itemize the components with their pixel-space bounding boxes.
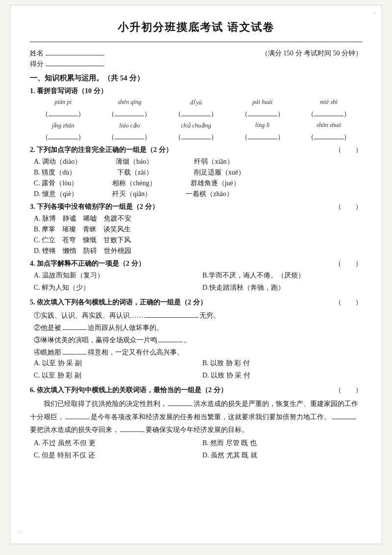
bracket-2-2: （） [97,130,163,142]
q5-title: 5. 依次填入下列各句横线上的词语，正确的一组是（2 分） [30,298,362,307]
pinyin-2-4: líng lì [229,122,296,129]
exam-meta: （满分 150 分 考试时间 50 分钟） [261,49,363,58]
q6-paragraph: 我们已经取得了抗洪抢险的决定性胜利，洪水造成的损失是严重的，恢复生产、重建家园的… [30,398,362,437]
q5-option-d: D. 以致 协 采 付 [198,371,362,380]
q6-blank: （ ） [335,386,362,395]
q5-sentence-1: ①实践、认识、再实践、再认识……无穷。 [30,310,362,320]
q5-sentence-2: ②他是被迫而跟从别人做坏事的。 [30,322,362,332]
q6-option-b: B. 然而 尽管 既 也 [198,439,362,448]
q2-option-a: A. 调动（diào） 薄烟（báo） 纤弱（xiān） [30,157,362,166]
q3-blank: （ ） [335,202,362,211]
q3-option-d: D. 铿锵 懒惰 防碍 世外桃园 [30,247,362,255]
q5-option-c: C. 以至 胁 彩 副 [30,371,194,380]
pinyin-2-2: liáo cǎo [97,122,163,129]
section1-title: 一、知识积累与运用。（共 54 分） [30,74,362,83]
pinyin-2-5: shōn shuō [295,122,362,129]
q3-option-c: C. 伫立 苍穹 慷慨 甘败下风 [30,236,362,245]
q5-blank: （ ） [335,298,362,307]
bracket-row-1: （） （） （） （） （） [30,107,362,119]
bracket-2-3: （） [163,130,229,142]
name-field[interactable] [46,55,104,55]
pinyin-1-5: miè shì [295,99,362,106]
q2-option-c: C. 露骨（lòu） 相称（chèng） 群雄角逐（jué） [30,179,362,188]
name-label: 姓名 [30,49,44,58]
bracket-2-1: （） [30,130,97,142]
pinyin-row-1: piān pì shēn qīng dǐ yù pái huái miè shì [30,99,362,106]
q5-option-b: B. 以致 胁 彩 付 [198,359,362,368]
bracket-row-2: （） （） （） （） （） [30,130,362,142]
q2-blank: （ ） [335,146,362,154]
q5-sentence-3: ③琳琳优美的演唱，赢得全场观众一片鸣。 [30,334,362,345]
q2-option-d: D. 惬意（qiè） 歼灭（qiān） 一着棋（zhāo） [30,190,362,199]
bracket-1-2: （） [97,107,163,119]
dot-bottom-left: · [19,530,21,535]
bracket-1-4: （） [229,107,296,119]
q5-sentence-4: ④瞧她那得意相，一定又有什么高兴事。 [30,347,362,357]
pinyin-row-2: jǐng zhān liáo cǎo chǔ chuǎng líng lì sh… [30,122,362,129]
pinyin-1-4: pái huái [229,99,296,106]
pinyin-1-3: dǐ yù [163,99,229,106]
q4-option-c: C. 鲜为人知（少） [30,283,194,292]
q4-option-d: D.快走踏清秋（奔驰，跑） [198,283,362,292]
dot-top-right: · [374,10,375,16]
bracket-2-4: （） [229,130,296,142]
bracket-1-1: （） [30,107,97,119]
q6-option-d: D. 虽然 尤其 既 就 [198,451,362,460]
pinyin-1-2: shēn qīng [97,99,163,106]
q4-option-b: B.学而不厌，诲人不倦。（厌烦） [198,271,362,280]
bracket-2-5: （） [295,130,362,142]
bracket-1-3: （） [163,107,229,119]
q3-option-b: B. 摩掌 璀璨 青眯 谈笑风生 [30,225,362,234]
pinyin-2-1: jǐng zhān [30,122,97,129]
q4-option-a: A. 温故而知新（复习） [30,271,194,280]
pinyin-1-1: piān pì [30,99,97,106]
q2-title: 2. 下列加点字的注音完全正确的一组是（2 分） [30,146,362,154]
q3-option-a: A. 脉博 静谧 唏嘘 焦踱不安 [30,214,362,223]
bracket-1-5: （） [295,107,362,119]
q2-option-b: B. 猜度（dù） 下载（zài） 削足适履（xuē） [30,168,362,177]
q6-title: 6. 依次填入下列句中横线上的关联词语，最恰当的一组是（2 分） [30,386,362,395]
q4-blank: （ ） [335,259,362,268]
q4-title: 4. 加点字解释不正确的一项是（2 分） [30,259,362,268]
q1-title: 1. 看拼音写词语（10 分） [30,87,362,96]
score-field[interactable] [46,66,104,66]
q6-option-a: A. 不过 虽然 不但 更 [30,439,194,448]
score-label: 得分 [30,60,44,68]
q3-title: 3. 下列各项中没有错别字的一组是（2 分） [30,202,362,211]
q5-option-a: A. 以至 协 采 副 [30,359,194,368]
pinyin-2-3: chǔ chuǎng [163,122,229,129]
q6-option-c: C. 但是 特别 不仅 还 [30,451,194,460]
page-title: 小升初分班摸底考试 语文试卷 [30,20,362,35]
